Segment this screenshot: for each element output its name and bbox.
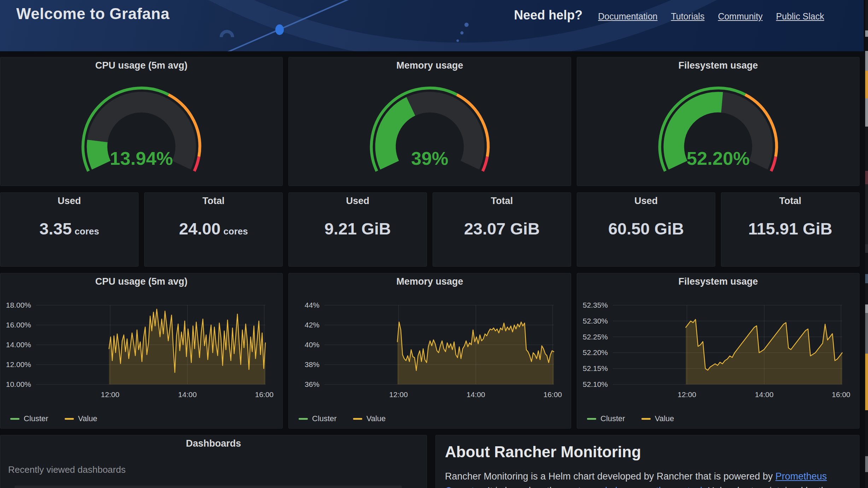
svg-text:10.00%: 10.00% (6, 380, 31, 388)
panel-title[interactable]: Filesystem usage (577, 276, 859, 287)
edge-strip-segment (865, 30, 868, 37)
legend-item-value[interactable]: Value (65, 414, 98, 423)
legend-swatch-icon (299, 418, 308, 420)
svg-text:52.35%: 52.35% (583, 301, 608, 309)
svg-text:18.00%: 18.00% (6, 301, 31, 309)
legend-item-value[interactable]: Value (353, 414, 386, 423)
panel-title[interactable]: CPU usage (5m avg) (0, 276, 282, 287)
filesystem-used-stat-panel: Used 60.50 GiB (577, 192, 715, 267)
stat-title[interactable]: Total (721, 196, 859, 207)
link-public-slack[interactable]: Public Slack (776, 11, 824, 22)
cpu-usage-chart[interactable]: 18.00%16.00%14.00%12.00%10.00%12:0014:00… (0, 290, 283, 410)
legend-swatch-icon (353, 418, 362, 420)
edge-strip-segment (865, 244, 868, 253)
panel-title[interactable]: Memory usage (289, 276, 571, 287)
edge-strip-segment (865, 171, 868, 184)
filesystem-timeseries-panel: Filesystem usage 52.35%52.30%52.25%52.20… (577, 273, 860, 429)
legend-swatch-icon (65, 418, 74, 420)
stat-title[interactable]: Total (145, 196, 282, 207)
viewport-edge-strip (865, 0, 868, 488)
stat-value-row: 60.50 GiB (577, 219, 715, 238)
cpu-gauge-panel: CPU usage (5m avg) 13.94% (0, 57, 283, 186)
stat-value-row: 3.35cores (0, 219, 138, 238)
svg-text:16:00: 16:00 (543, 390, 562, 399)
memory-timeseries-panel: Memory usage 44%42%40%38%36%12:0014:0016… (288, 273, 571, 429)
svg-text:14:00: 14:00 (755, 390, 774, 399)
legend-item-cluster[interactable]: Cluster (10, 414, 48, 423)
edge-strip-segment (865, 127, 868, 171)
memory-gauge: 39% (359, 81, 500, 179)
about-text-segment: . It is based on the upstream (482, 486, 605, 488)
legend-item-value[interactable]: Value (641, 414, 674, 423)
recently-viewed-label: Recently viewed dashboards (8, 464, 125, 475)
dashboards-panel: Dashboards Recently viewed dashboards (0, 435, 427, 488)
legend-label: Value (366, 414, 386, 423)
decor-arch-icon (221, 31, 233, 37)
about-link[interactable]: kube-prometheus-stack (605, 486, 705, 488)
stat-title[interactable]: Total (433, 196, 571, 207)
svg-text:12.00%: 12.00% (6, 360, 31, 368)
panel-title[interactable]: Memory usage (289, 60, 571, 71)
stat-title[interactable]: Used (289, 196, 427, 207)
filesystem-gauge-panel: Filesystem usage 52.20% (577, 57, 860, 186)
panel-title[interactable]: CPU usage (5m avg) (0, 60, 282, 71)
stat-title[interactable]: Used (577, 196, 715, 207)
stat-value-row: 115.91 GiB (721, 219, 859, 238)
edge-strip-segment (865, 274, 868, 283)
svg-text:42%: 42% (305, 321, 319, 329)
about-paragraph: Rancher Monitoring is a Helm chart devel… (445, 469, 844, 488)
svg-text:52.10%: 52.10% (583, 380, 608, 388)
stat-value: 60.50 GiB (608, 219, 684, 238)
edge-strip-segment (865, 37, 868, 51)
link-community[interactable]: Community (718, 11, 762, 22)
legend-swatch-icon (587, 418, 596, 420)
svg-text:12:00: 12:00 (389, 390, 408, 399)
edge-strip-segment (865, 184, 868, 244)
dashboard-list-item[interactable] (14, 486, 402, 488)
edge-strip-segment (865, 456, 868, 472)
decor-dot-icon (464, 23, 469, 27)
cpu-timeseries-panel: CPU usage (5m avg) 18.00%16.00%14.00%12.… (0, 273, 283, 429)
panel-title[interactable]: Filesystem usage (577, 60, 859, 71)
legend-swatch-icon (10, 418, 19, 420)
svg-text:14.00%: 14.00% (6, 341, 31, 349)
svg-text:40%: 40% (305, 341, 319, 349)
svg-text:39%: 39% (411, 148, 448, 169)
link-documentation[interactable]: Documentation (598, 11, 657, 22)
svg-text:52.30%: 52.30% (583, 317, 608, 325)
stat-value: 23.07 GiB (464, 219, 540, 238)
edge-strip-segment (865, 71, 868, 98)
legend-item-cluster[interactable]: Cluster (587, 414, 625, 423)
svg-text:36%: 36% (305, 380, 319, 388)
memory-usage-chart[interactable]: 44%42%40%38%36%12:0014:0016:00 (289, 290, 571, 410)
memory-used-stat-panel: Used 9.21 GiB (288, 192, 427, 267)
edge-strip-segment (865, 283, 868, 304)
svg-text:16:00: 16:00 (832, 390, 850, 399)
help-links: Need help? Documentation Tutorials Commu… (514, 8, 824, 23)
chart-legend: Cluster Value (299, 414, 386, 423)
stat-title[interactable]: Used (0, 196, 138, 207)
legend-label: Value (78, 414, 98, 423)
legend-item-cluster[interactable]: Cluster (299, 414, 337, 423)
about-rancher-monitoring-panel: About Rancher Monitoring Rancher Monitor… (435, 435, 860, 488)
link-tutorials[interactable]: Tutorials (671, 11, 704, 22)
filesystem-gauge: 52.20% (647, 81, 789, 179)
svg-text:12:00: 12:00 (678, 390, 696, 399)
legend-label: Cluster (600, 414, 625, 423)
cpu-used-stat-panel: Used 3.35cores (0, 192, 139, 267)
stat-value-row: 24.00cores (145, 219, 282, 238)
edge-strip-segment (865, 253, 868, 274)
welcome-banner: Welcome to Grafana Need help? Documentat… (0, 0, 864, 51)
panel-title[interactable]: Dashboards (0, 438, 427, 449)
filesystem-usage-chart[interactable]: 52.35%52.30%52.25%52.20%52.15%52.10%12:0… (577, 290, 860, 410)
edge-strip-segment (865, 354, 868, 410)
decor-dot-icon (457, 40, 459, 42)
edge-strip-segment (865, 0, 868, 30)
stat-value-row: 9.21 GiB (289, 219, 427, 238)
about-title: About Rancher Monitoring (445, 443, 641, 461)
svg-text:38%: 38% (305, 360, 319, 368)
legend-label: Cluster (24, 414, 48, 423)
stat-value: 24.00 (179, 219, 221, 238)
page-title: Welcome to Grafana (16, 5, 170, 23)
edge-strip-segment (865, 313, 868, 354)
